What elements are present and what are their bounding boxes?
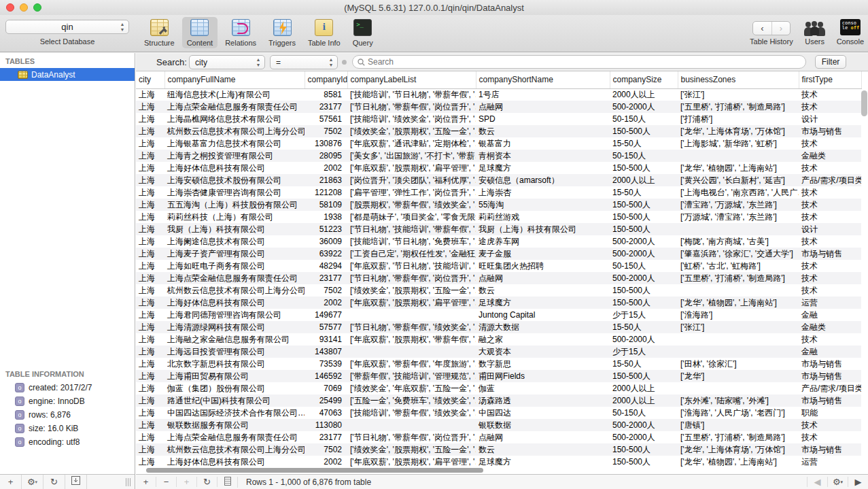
cell-city[interactable]: 上海 [136,443,164,456]
cell-city[interactable]: 上海 [136,394,164,407]
filter-operator-dropdown[interactable]: = ▲▼ [270,55,338,69]
cell-city[interactable]: 上海 [136,260,164,272]
cell-companyLabelList[interactable]: ['年底双薪', '股票期权', '扁平管理', '… [347,162,476,174]
cell-city[interactable]: 上海 [136,101,164,113]
cell-businessZones[interactable]: ['张江'] [678,321,799,333]
cell-firstType[interactable]: 技术 [799,162,861,174]
cell-city[interactable]: 上海 [136,297,164,309]
cell-companySize[interactable]: 2000人以上 [610,394,678,407]
cell-companyShortName[interactable]: 伽蓝 [476,382,610,394]
table-row[interactable]: 上海上海晶樵网络信息技术有限公司57561['技能培训', '绩效奖金', '岗… [136,113,861,125]
cell-companyLabelList[interactable]: ['工资自己定', '期权任性发', '金融狂人… [347,248,476,260]
table-row[interactable]: 上海上海甫田贸易有限公司146592['带薪年假', '技能培训', '管理规范… [136,370,861,382]
cell-companyLabelList[interactable]: ['节日礼物', '带薪年假', '岗位晋升', '… [347,272,476,284]
cell-firstType[interactable]: 技术 [799,431,861,443]
cell-companyFullName[interactable]: 上海如旺电子商务有限公司 [164,260,305,272]
cell-businessZones[interactable]: ['上海电视台', '南京西路', '人民广… [678,186,799,199]
cell-businessZones[interactable]: ['上海影城', '新华路', '虹桥'] [678,137,799,150]
cell-city[interactable]: 上海 [136,358,164,370]
cell-city[interactable]: 上海 [136,370,164,382]
cell-companySize[interactable]: 150-500人 [610,199,678,211]
cell-companyFullName[interactable]: 上海麦子资产管理有限公司 [164,248,305,260]
cell-firstType[interactable]: 市场与销售 [799,248,861,260]
refresh-rows-icon[interactable]: ↻ [197,477,218,487]
cell-companyFullName[interactable]: 上海君同德翔管理咨询有限公司 [164,309,305,321]
cell-firstType[interactable]: 设计 [799,223,861,235]
cell-city[interactable]: 上海 [136,333,164,345]
users-button[interactable]: Users [804,17,826,46]
filter-button[interactable]: Filter [815,55,846,69]
table-row[interactable]: 上海上海好体信息科技有限公司2002['年底双薪', '股票期权', '扁平管理… [136,162,861,174]
cell-companySize[interactable]: 150-500人 [610,162,678,174]
cell-firstType[interactable]: 技术 [799,284,861,297]
cell-companyFullName[interactable]: 上海好体信息科技有限公司 [164,456,305,468]
cell-businessZones[interactable]: ['黄兴公园', '长白新村', '延吉'] [678,174,799,186]
cell-companyId[interactable]: 23177 [305,431,347,443]
cell-city[interactable]: 上海 [136,284,164,297]
cell-companyShortName[interactable]: 甫田网Fields [476,370,610,382]
history-back-button[interactable]: ‹ [753,22,771,35]
cell-city[interactable]: 上海 [136,186,164,199]
table-row[interactable]: 上海上海好体信息科技有限公司2002['年底双薪', '股票期权', '扁平管理… [136,456,861,468]
cell-companySize[interactable]: 500-2000人 [610,235,678,248]
cell-companyShortName[interactable]: 数云 [476,284,610,297]
tab-triggers[interactable]: Triggers [264,17,300,48]
cell-firstType[interactable]: 金融类 [799,150,861,162]
cell-companyFullName[interactable]: 上海远目投资管理有限公司 [164,345,305,358]
cell-companyId[interactable]: 25499 [305,394,347,407]
cell-businessZones[interactable]: ['淮海路'] [678,309,799,321]
history-forward-button[interactable]: › [771,22,790,35]
cell-companyId[interactable]: 121208 [305,186,347,199]
cell-companyFullName[interactable]: 五五海淘（上海）科技股份有限公司 [164,199,305,211]
cell-companySize[interactable]: 150-500人 [610,223,678,235]
cell-companySize[interactable]: 500-2000人 [610,248,678,260]
cell-companyShortName[interactable]: 1号店 [476,88,610,101]
cell-businessZones[interactable]: ['万源城', '漕宝路', '东兰路'] [678,211,799,223]
cell-companySize[interactable]: 150-500人 [610,370,678,382]
cell-companyShortName[interactable]: 点融网 [476,101,610,113]
cell-companySize[interactable]: 15-50人 [610,358,678,370]
cell-companyFullName[interactable]: 纽海信息技术(上海)有限公司 [164,88,305,101]
cell-companyLabelList[interactable]: ['年底双薪', '节日礼物', '技能培训', '… [347,260,476,272]
cell-city[interactable]: 上海 [136,321,164,333]
search-input[interactable] [368,57,805,67]
cell-companyShortName[interactable]: SPD [476,113,610,125]
tab-content[interactable]: Content [182,17,218,48]
cell-companyShortName[interactable]: 我厨（上海）科技有限公司 [476,223,610,235]
cell-businessZones[interactable]: ['唐镇'] [678,419,799,431]
table-row[interactable]: 上海上海远目投资管理有限公司143807大观资本少于15人金融 [136,345,861,358]
cell-companyShortName[interactable]: 大观资本 [476,345,610,358]
cell-companyId[interactable]: 63922 [305,248,347,260]
table-row[interactable]: 上海上海好体信息科技有限公司2002['年底双薪', '股票期权', '扁平管理… [136,297,861,309]
vertical-scrollbar[interactable] [861,90,867,116]
cell-companyId[interactable]: 8581 [305,88,347,101]
cell-companySize[interactable]: 500-2000人 [610,101,678,113]
cell-firstType[interactable]: 设计 [799,113,861,125]
cell-firstType[interactable]: 技术 [799,186,861,199]
cell-city[interactable]: 上海 [136,162,164,174]
cell-city[interactable]: 上海 [136,456,164,468]
cell-firstType[interactable]: 产品/需求/项目类 [799,382,861,394]
cell-businessZones[interactable]: ['张江'] [678,88,799,101]
cell-city[interactable]: 上海 [136,309,164,321]
cell-businessZones[interactable] [678,345,799,358]
cell-companySize[interactable]: 15-50人 [610,186,678,199]
cell-businessZones[interactable]: ['五里桥', '打浦桥', '制造局路'] [678,272,799,284]
cell-companySize[interactable]: 150-500人 [610,284,678,297]
cell-companyId[interactable]: 113080 [305,419,347,431]
cell-firstType[interactable]: 市场与销售 [799,125,861,137]
cell-companyShortName[interactable]: 足球魔方 [476,297,610,309]
edit-row-icon[interactable] [218,477,238,488]
cell-companyLabelList[interactable]: ['技能培训', '绩效奖金', '岗位晋升', '… [347,113,476,125]
cell-companySize[interactable]: 150-500人 [610,297,678,309]
cell-companyShortName[interactable]: 安硕信息（amarsoft） [476,174,610,186]
cell-companyLabelList[interactable]: ['五险一金', '免费班车', '绩效奖金', '… [347,394,476,407]
column-header-companyId[interactable]: companyId [305,71,347,88]
cell-companyFullName[interactable]: 上海银基富力信息技术有限公司 [164,137,305,150]
table-row[interactable]: 上海伽蓝（集团）股份有限公司7069['绩效奖金', '年底双薪', '五险一金… [136,382,861,394]
cell-companySize[interactable]: 50-150人 [610,150,678,162]
cell-companySize[interactable]: 15-50人 [610,137,678,150]
cell-companySize[interactable]: 50-150人 [610,407,678,419]
cell-city[interactable]: 上海 [136,248,164,260]
cell-firstType[interactable]: 运营 [799,456,861,468]
